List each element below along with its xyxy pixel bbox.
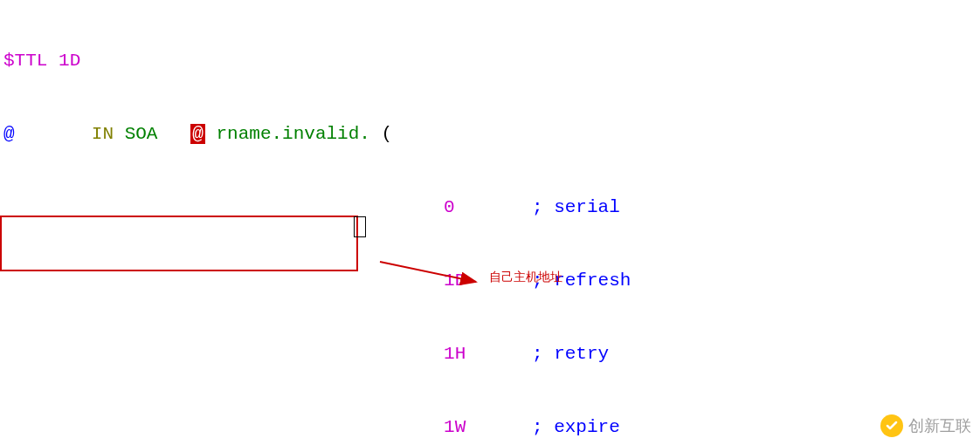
- code-line: 0 ; serial: [3, 195, 977, 220]
- refresh-value: 1D: [444, 270, 466, 291]
- text-editor[interactable]: $TTL 1D @ IN SOA @ rname.invalid. ( 0 ; …: [0, 0, 980, 445]
- watermark: 创新互联: [880, 414, 971, 438]
- code-line: 1H ; retry: [3, 342, 977, 366]
- watermark-logo-icon: [880, 414, 903, 437]
- soa-type: SOA: [125, 124, 158, 144]
- open-paren: (: [382, 124, 393, 144]
- retry-comment: ; retry: [532, 344, 609, 364]
- in-class: IN: [92, 124, 114, 144]
- code-line: @ IN SOA @ rname.invalid. (: [3, 122, 977, 147]
- code-line: 1W ; expire: [3, 415, 977, 440]
- retry-value: 1H: [444, 344, 466, 364]
- code-line: $TTL 1D: [3, 49, 977, 73]
- serial-comment: ; serial: [532, 197, 620, 217]
- expire-comment: ; expire: [532, 417, 620, 437]
- watermark-text: 创新互联: [908, 414, 971, 438]
- at-sign: @: [3, 124, 15, 144]
- serial-value: 0: [444, 197, 455, 217]
- ttl-directive: $TTL: [3, 51, 47, 71]
- check-icon: [884, 418, 900, 434]
- annotation-text: 自己主机地址: [489, 264, 562, 289]
- ttl-value: 1D: [59, 51, 80, 71]
- expire-value: 1W: [444, 417, 466, 437]
- rname-value: rname.invalid.: [217, 124, 370, 144]
- at-sign-origin: @: [190, 124, 205, 144]
